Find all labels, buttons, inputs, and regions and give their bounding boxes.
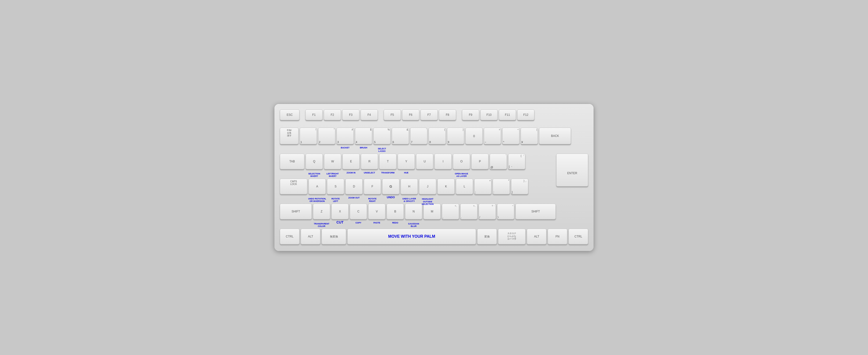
key-esc[interactable]: ESC (280, 109, 300, 120)
key-p[interactable]: P (471, 154, 489, 169)
key-t[interactable]: T TRANSFORM (379, 154, 397, 169)
key-z[interactable]: Z TRANSPARENTCOLOR (313, 204, 330, 219)
key-backtick[interactable]: ` @ (490, 154, 507, 169)
key-colon[interactable]: * : (493, 179, 510, 194)
key-minus[interactable]: = − (484, 128, 501, 144)
key-space[interactable]: MOVE WITH YOUR PALM (347, 229, 476, 244)
key-8[interactable]: ( 8 (429, 128, 446, 144)
key-h[interactable]: H UNDO LAYER& OPACITY (401, 179, 418, 194)
key-n[interactable]: N GAUSSIANBLUR (405, 204, 422, 219)
key-alt-left[interactable]: ALT (301, 229, 320, 244)
key-k[interactable]: K (437, 179, 455, 194)
key-ctrl-right[interactable]: CTRL (568, 229, 588, 244)
key-capslock[interactable]: CAPSLOCK (280, 179, 307, 194)
key-u[interactable]: U (416, 154, 433, 169)
key-o[interactable]: O OPEN IMAGEAS LAYER (453, 154, 470, 169)
key-f8[interactable]: F8 (439, 109, 456, 120)
key-7[interactable]: ' 7 (410, 128, 427, 144)
key-f12[interactable]: F12 (517, 109, 534, 120)
key-bracket-close[interactable]: } 」 ] (511, 179, 528, 194)
key-semicolon[interactable]: + ; (474, 179, 491, 194)
key-l[interactable]: L (456, 179, 473, 194)
key-hankaku[interactable]: 半角/全角漢字 (280, 128, 299, 144)
key-6[interactable]: & 6 (392, 128, 409, 144)
key-henkan[interactable]: 変換 (477, 229, 497, 244)
key-period[interactable]: >。 . (460, 204, 477, 219)
key-f10[interactable]: F10 (480, 109, 498, 120)
keyboard: ESC F1 F2 F3 F4 F5 F6 F7 F8 F9 F10 F11 F… (274, 104, 594, 251)
key-muhenkan[interactable]: 無変換 (321, 229, 346, 244)
key-shift-left[interactable]: SHIFT (280, 204, 312, 219)
key-2[interactable]: " 2 (318, 128, 335, 144)
key-yen[interactable]: | ¥ (521, 128, 538, 144)
key-f3[interactable]: F3 (342, 109, 360, 120)
key-e[interactable]: E ZOOM IN (342, 154, 360, 169)
key-katakana[interactable]: カタカナひらがなローマ字 (498, 229, 526, 244)
key-i[interactable]: I (434, 154, 452, 169)
key-5[interactable]: % 5 SELECTLASSO (373, 128, 391, 144)
key-v[interactable]: V PASTE (368, 204, 385, 219)
key-q[interactable]: Q SELECTIONINVERT (306, 154, 323, 169)
key-d[interactable]: D ZOOM OUT (345, 179, 363, 194)
key-4[interactable]: $ 4 BRUSH (355, 128, 372, 144)
key-caret[interactable]: ~ ^ (502, 128, 520, 144)
key-b[interactable]: B REDO (386, 204, 404, 219)
key-f[interactable]: F ROTATERIGHT (364, 179, 381, 194)
key-fn[interactable]: FN (548, 229, 567, 244)
key-tab[interactable]: TAB (280, 154, 304, 169)
key-ctrl-left[interactable]: CTRL (280, 229, 300, 244)
key-a[interactable]: A UNDO ROTATION,OR INVERSION (309, 179, 326, 194)
key-f7[interactable]: F7 (421, 109, 438, 120)
key-f5[interactable]: F5 (384, 109, 401, 120)
key-s[interactable]: S ROTATELEFT (327, 179, 344, 194)
key-comma[interactable]: <、 , (442, 204, 459, 219)
key-9[interactable]: ) 9 (447, 128, 464, 144)
key-3[interactable]: # 3 BUCKET (337, 128, 354, 144)
key-f11[interactable]: F11 (499, 109, 516, 120)
key-y[interactable]: Y HUE (398, 154, 415, 169)
key-x[interactable]: X CUT (331, 204, 348, 219)
key-r[interactable]: R UNSELECT (361, 154, 378, 169)
key-f1[interactable]: F1 (305, 109, 322, 120)
key-c[interactable]: C COPY (350, 204, 367, 219)
key-1[interactable]: ! 1 (300, 128, 317, 144)
key-g[interactable]: G UNDO (382, 179, 399, 194)
key-f6[interactable]: F6 (402, 109, 419, 120)
key-bracket-open[interactable]: { 「 [ ・ (508, 154, 525, 169)
key-f9[interactable]: F9 (462, 109, 479, 120)
key-alt-right[interactable]: ALT (527, 229, 547, 244)
key-0[interactable]: 0 (465, 128, 483, 144)
key-backspace[interactable]: BACK (539, 128, 571, 144)
key-w[interactable]: W LEFT/RIGHTINVERT (324, 154, 341, 169)
key-f4[interactable]: F4 (361, 109, 378, 120)
key-f2[interactable]: F2 (324, 109, 341, 120)
key-shift-right[interactable]: SHIFT (516, 204, 556, 219)
key-j[interactable]: J HIGHLIGHTOUTSIDESELECTION (419, 179, 436, 194)
key-slash[interactable]: ?・ / (479, 204, 496, 219)
key-m[interactable]: M (424, 204, 441, 219)
key-backslash[interactable]: − \ (497, 204, 514, 219)
